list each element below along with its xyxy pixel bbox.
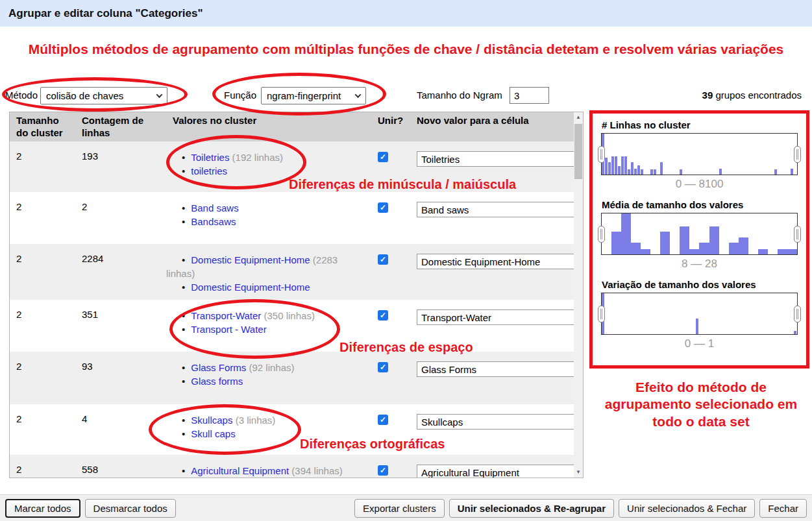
range-slider-right-handle[interactable]	[794, 306, 801, 322]
cluster-value-link[interactable]: toiletries	[191, 165, 227, 176]
table-header: Tamanho do cluster Contagem de linhas Va…	[10, 112, 583, 141]
merge-checkbox[interactable]: ✓	[378, 202, 388, 213]
histogram-bar	[618, 166, 621, 175]
row-count-note: (3 linhas)	[232, 415, 275, 426]
histogram-range-label: 8 — 28	[601, 258, 798, 271]
merge-checkbox[interactable]: ✓	[378, 362, 388, 372]
row-count-cell: 2	[75, 192, 166, 244]
cluster-size-cell: 2	[10, 455, 75, 478]
cluster-value-link[interactable]: Transport-Water	[191, 310, 261, 321]
histogram-bar	[699, 243, 709, 254]
controls-row: Método colisão de chaves Função ngram-fi…	[0, 84, 812, 106]
histogram-bar	[641, 169, 643, 175]
annotation-panel-effect: Efeito do método de agrupamento selecion…	[592, 379, 810, 430]
histogram-bar	[794, 331, 796, 334]
merge-checkbox[interactable]: ✓	[378, 310, 388, 321]
bullet-icon: •	[182, 324, 185, 335]
histogram-bar	[774, 169, 777, 175]
new-value-input[interactable]	[417, 254, 574, 269]
table-scrollbar[interactable]: ▲ ▼	[574, 112, 583, 478]
cluster-value-link[interactable]: Band saws	[191, 202, 238, 213]
histogram-bar	[719, 169, 722, 175]
cluster-value-link[interactable]: Skull caps	[191, 428, 235, 439]
function-label: Função	[224, 90, 256, 101]
ngram-size-input[interactable]	[510, 87, 549, 104]
method-select[interactable]: colisão de chaves	[40, 87, 167, 104]
histogram-bar	[608, 162, 611, 175]
cluster-value-link[interactable]: Toiletries	[191, 152, 229, 163]
export-clusters-button[interactable]: Exportar clusters	[354, 499, 445, 518]
function-select[interactable]: ngram-fingerprint	[261, 87, 366, 104]
new-value-cell	[410, 244, 574, 300]
row-count-cell: 193	[75, 141, 166, 192]
histogram-bar	[660, 232, 670, 254]
cluster-value-link[interactable]: Skullcaps	[191, 415, 232, 426]
scrollbar-thumb[interactable]	[574, 124, 582, 179]
merge-close-button[interactable]: Unir selecionados & Fechar	[619, 499, 755, 518]
range-slider-right-handle[interactable]	[794, 146, 801, 163]
range-slider-left-handle[interactable]	[598, 226, 605, 243]
histogram-bar	[624, 156, 627, 175]
row-count-note: (350 linhas)	[261, 310, 315, 321]
method-select-value: colisão de chaves	[46, 90, 123, 101]
histogram-bar	[628, 169, 630, 175]
new-value-cell	[410, 404, 574, 455]
annotation-heading: Múltiplos métodos de agrupamento com múl…	[0, 41, 812, 58]
histogram-bar	[696, 319, 698, 334]
cluster-value-link[interactable]: Glass forms	[191, 376, 243, 387]
merge-checkbox[interactable]: ✓	[378, 152, 388, 162]
merge-cell: ✓	[371, 404, 410, 455]
cluster-value-link[interactable]: Glass Forms	[191, 362, 246, 373]
row-count-cell: 4	[75, 404, 166, 455]
scroll-up-icon[interactable]: ▲	[574, 112, 583, 123]
row-count-cell: 351	[75, 300, 166, 352]
mark-all-button[interactable]: Marcar todos	[5, 499, 80, 518]
new-value-input[interactable]	[417, 202, 574, 217]
new-value-cell	[410, 300, 574, 352]
cluster-values-cell: •Domestic Equipment-Home (2283 linhas)•D…	[166, 244, 371, 300]
range-slider-right-handle[interactable]	[794, 226, 801, 243]
close-button[interactable]: Fechar	[759, 499, 807, 518]
cluster-values-cell: •Toiletries (192 linhas)•toiletries	[166, 141, 371, 192]
cluster-rows: 2193•Toiletries (192 linhas)•toiletries✓…	[10, 141, 574, 478]
cluster-value-link[interactable]: Bandsaws	[191, 216, 236, 227]
groups-count: 39	[702, 90, 713, 101]
scroll-down-icon[interactable]: ▼	[574, 467, 583, 478]
cluster-size-cell: 2	[10, 192, 75, 244]
groups-suffix: grupos encontrados	[713, 90, 802, 101]
merge-recluster-button[interactable]: Unir selecionados & Re-agrupar	[449, 499, 614, 518]
new-value-input[interactable]	[417, 414, 574, 430]
cluster-dialog: Agrupar e editar coluna "Categories" Múl…	[0, 0, 812, 521]
cluster-value-link[interactable]: Transport - Water	[191, 324, 266, 335]
cluster-value-line: •Band saws	[166, 201, 369, 215]
histogram-bar	[758, 249, 768, 254]
cluster-value-link[interactable]: Domestic Equipment-Home	[191, 254, 310, 265]
range-slider-left-handle[interactable]	[598, 146, 605, 163]
new-value-input[interactable]	[417, 465, 574, 478]
header-cluster-size: Tamanho do cluster	[10, 112, 75, 141]
cluster-value-link[interactable]: Domestic Equipment-Home	[191, 282, 310, 293]
new-value-input[interactable]	[417, 151, 574, 167]
cluster-size-cell: 2	[10, 244, 75, 300]
merge-checkbox[interactable]: ✓	[378, 465, 388, 476]
merge-checkbox[interactable]: ✓	[378, 415, 388, 425]
merge-checkbox[interactable]: ✓	[378, 254, 388, 265]
cluster-value-link[interactable]: Agricultural Equipment	[191, 465, 289, 476]
range-slider-left-handle[interactable]	[598, 306, 605, 322]
histogram-bar	[621, 213, 631, 254]
cluster-value-line: •Transport - Water	[166, 322, 369, 336]
new-value-input[interactable]	[417, 309, 574, 325]
cluster-value-line: •Agricultural Equipment (394 linhas)	[166, 464, 369, 478]
row-count-note: (92 linhas)	[246, 362, 294, 373]
ngram-size-label: Tamanho do Ngram	[417, 90, 502, 101]
new-value-input[interactable]	[417, 361, 574, 377]
unmark-all-button[interactable]: Desmarcar todos	[85, 499, 176, 518]
header-row-count: Contagem de linhas	[75, 112, 166, 141]
histogram-range-label: 0 — 1	[601, 337, 798, 350]
header-new-value: Novo valor para a célula	[410, 112, 574, 141]
bullet-icon: •	[182, 362, 185, 373]
table-row: 22284•Domestic Equipment-Home (2283 linh…	[10, 244, 574, 300]
bullet-icon: •	[182, 165, 185, 176]
merge-cell: ✓	[371, 455, 410, 478]
histogram-bar	[660, 162, 663, 175]
